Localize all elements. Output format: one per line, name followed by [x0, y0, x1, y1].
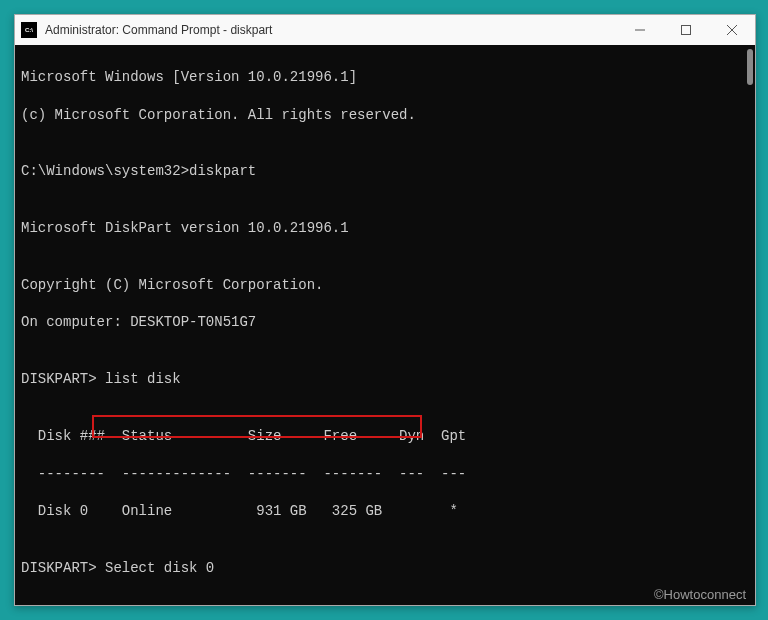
svg-rect-1 [682, 26, 691, 35]
terminal-output[interactable]: Microsoft Windows [Version 10.0.21996.1]… [15, 45, 755, 605]
table-row: Disk 0 Online 931 GB 325 GB * [21, 502, 749, 521]
table-divider: -------- ------------- ------- ------- -… [21, 465, 749, 484]
minimize-button[interactable] [617, 15, 663, 45]
output-line: C:\Windows\system32>diskpart [21, 162, 749, 181]
close-button[interactable] [709, 15, 755, 45]
output-line: On computer: DESKTOP-T0N51G7 [21, 313, 749, 332]
output-line: Microsoft DiskPart version 10.0.21996.1 [21, 219, 749, 238]
maximize-button[interactable] [663, 15, 709, 45]
window-title: Administrator: Command Prompt - diskpart [45, 23, 617, 37]
output-line: Copyright (C) Microsoft Corporation. [21, 276, 749, 295]
window-controls [617, 15, 755, 45]
scrollbar-thumb[interactable] [747, 49, 753, 85]
output-line: (c) Microsoft Corporation. All rights re… [21, 106, 749, 125]
table-header: Disk ### Status Size Free Dyn Gpt [21, 427, 749, 446]
output-line: DISKPART> list disk [21, 370, 749, 389]
app-icon: C:\ [21, 22, 37, 38]
output-line: Microsoft Windows [Version 10.0.21996.1] [21, 68, 749, 87]
titlebar[interactable]: C:\ Administrator: Command Prompt - disk… [15, 15, 755, 45]
output-line: DISKPART> Select disk 0 [21, 559, 749, 578]
command-prompt-window: C:\ Administrator: Command Prompt - disk… [14, 14, 756, 606]
